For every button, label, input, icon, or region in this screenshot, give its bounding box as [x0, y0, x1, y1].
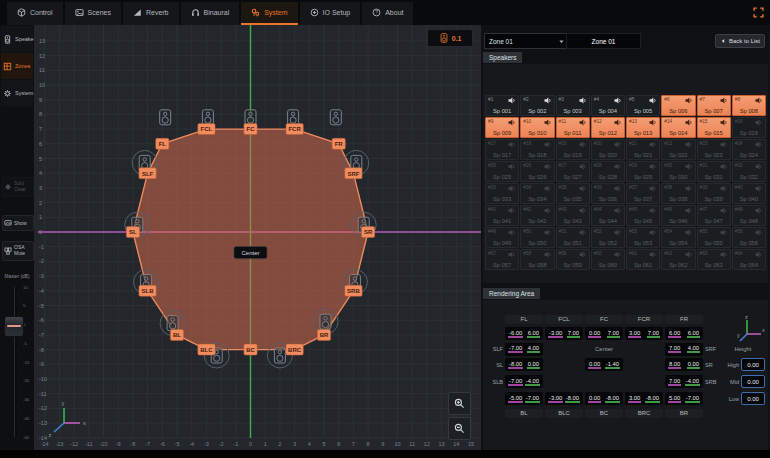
- coord-box-fcl[interactable]: -3.007.00: [545, 327, 583, 340]
- speaker-cell-sp-057[interactable]: #57Sp 057: [485, 249, 519, 270]
- speaker-cell-sp-011[interactable]: #11Sp 011: [556, 117, 590, 138]
- speaker-cell-sp-059[interactable]: #59Sp 059: [556, 249, 590, 270]
- zone-name-field[interactable]: Zone 01: [566, 33, 641, 49]
- speaker-cell-sp-001[interactable]: #1Sp 001: [485, 95, 519, 116]
- speaker-cell-sp-010[interactable]: #10Sp 010: [520, 117, 554, 138]
- zoom-in-button[interactable]: [448, 392, 471, 415]
- speaker-cell-sp-043[interactable]: #43Sp 043: [556, 205, 590, 226]
- tab-scenes[interactable]: Scenes: [65, 2, 121, 25]
- coord-box-fc[interactable]: 0.007.00: [585, 327, 623, 340]
- coord-box-slb[interactable]: -7.00-4.00: [505, 375, 543, 388]
- speaker-cell-sp-036[interactable]: #36Sp 036: [591, 183, 625, 204]
- sidebar-item-speakers[interactable]: Speakers: [1, 26, 33, 52]
- speaker-cell-sp-024[interactable]: #24Sp 024: [732, 139, 766, 160]
- back-to-list-button[interactable]: Back to List: [715, 34, 765, 48]
- tab-system[interactable]: System: [241, 2, 297, 25]
- speaker-cell-sp-047[interactable]: #47Sp 047: [697, 205, 731, 226]
- coord-box-sl[interactable]: -8.000.00: [505, 358, 543, 371]
- speaker-cell-sp-019[interactable]: #19Sp 019: [556, 139, 590, 160]
- tab-reverb[interactable]: Reverb: [123, 2, 179, 25]
- solo-clear-button[interactable]: SoloClear: [2, 177, 34, 197]
- speaker-cell-sp-012[interactable]: #12Sp 012: [591, 117, 625, 138]
- coord-box-brc[interactable]: 3.00-8.00: [625, 392, 663, 405]
- speaker-cell-sp-062[interactable]: #62Sp 062: [661, 249, 695, 270]
- coord-box-center[interactable]: 0.00-1.40: [585, 358, 623, 371]
- coord-box-slf[interactable]: -7.004.00: [505, 343, 543, 356]
- speaker-cell-sp-046[interactable]: #46Sp 046: [661, 205, 695, 226]
- speaker-cell-sp-022[interactable]: #22Sp 022: [661, 139, 695, 160]
- osa-mute-button[interactable]: OSAMute: [2, 241, 34, 261]
- speaker-cell-sp-058[interactable]: #58Sp 058: [520, 249, 554, 270]
- speaker-cell-sp-018[interactable]: #18Sp 018: [520, 139, 554, 160]
- speaker-cell-sp-035[interactable]: #35Sp 035: [556, 183, 590, 204]
- coord-box-srf[interactable]: 7.004.00: [665, 343, 703, 356]
- show-button[interactable]: Show: [2, 215, 34, 231]
- rendering-area-tab[interactable]: Rendering Area: [483, 288, 540, 299]
- speaker-cell-sp-042[interactable]: #42Sp 042: [520, 205, 554, 226]
- speaker-cell-sp-055[interactable]: #55Sp 055: [697, 227, 731, 248]
- tab-binaural[interactable]: Binaural: [181, 2, 240, 25]
- speaker-cell-sp-052[interactable]: #52Sp 052: [591, 227, 625, 248]
- speaker-cell-sp-007[interactable]: #7Sp 007: [697, 95, 731, 116]
- speaker-cell-sp-050[interactable]: #50Sp 050: [520, 227, 554, 248]
- speaker-cell-sp-053[interactable]: #53Sp 053: [626, 227, 660, 248]
- coord-box-blc[interactable]: -3.00-8.00: [545, 392, 583, 405]
- speaker-cell-sp-006[interactable]: #6Sp 006: [661, 95, 695, 116]
- speaker-cell-sp-013[interactable]: #13Sp 013: [626, 117, 660, 138]
- speaker-cell-sp-003[interactable]: #3Sp 003: [556, 95, 590, 116]
- speaker-cell-sp-014[interactable]: #14Sp 014: [661, 117, 695, 138]
- speaker-cell-sp-015[interactable]: #15Sp 015: [697, 117, 731, 138]
- height-value-high[interactable]: 0.00: [741, 358, 765, 371]
- speaker-cell-sp-027[interactable]: #27Sp 027: [556, 161, 590, 182]
- speaker-cell-sp-009[interactable]: #9Sp 009: [485, 117, 519, 138]
- zoom-out-button[interactable]: [448, 417, 471, 440]
- height-value-mid[interactable]: 0.00: [741, 375, 765, 388]
- speaker-cell-sp-005[interactable]: #5Sp 005: [626, 95, 660, 116]
- coord-box-fcr[interactable]: 3.007.00: [625, 327, 663, 340]
- speaker-cell-sp-038[interactable]: #38Sp 038: [661, 183, 695, 204]
- speaker-cell-sp-048[interactable]: #48Sp 048: [732, 205, 766, 226]
- speaker-cell-sp-045[interactable]: #45Sp 045: [626, 205, 660, 226]
- speaker-cell-sp-041[interactable]: #41Sp 041: [485, 205, 519, 226]
- speaker-cell-sp-032[interactable]: #32Sp 032: [732, 161, 766, 182]
- speaker-cell-sp-004[interactable]: #4Sp 004: [591, 95, 625, 116]
- speaker-cell-sp-037[interactable]: #37Sp 037: [626, 183, 660, 204]
- height-value-low[interactable]: 0.00: [741, 392, 765, 405]
- speaker-cell-sp-040[interactable]: #40Sp 040: [732, 183, 766, 204]
- speaker-cell-sp-025[interactable]: #25Sp 025: [485, 161, 519, 182]
- speaker-cell-sp-023[interactable]: #23Sp 023: [697, 139, 731, 160]
- speaker-cell-sp-008[interactable]: #8Sp 008: [732, 95, 766, 116]
- speaker-cell-sp-021[interactable]: #21Sp 021: [626, 139, 660, 160]
- speakers-section-tab[interactable]: Speakers: [483, 52, 522, 63]
- sidebar-item-zones[interactable]: Zones: [1, 53, 33, 79]
- expand-icon[interactable]: [753, 7, 764, 18]
- coord-box-fl[interactable]: -6.006.00: [505, 327, 543, 340]
- coord-box-srb[interactable]: 7.00-4.00: [665, 375, 703, 388]
- speaker-cell-sp-016[interactable]: #16Sp 016: [732, 117, 766, 138]
- speaker-cell-sp-039[interactable]: #39Sp 039: [697, 183, 731, 204]
- speaker-cell-sp-033[interactable]: #33Sp 033: [485, 183, 519, 204]
- speaker-layout-canvas[interactable]: 131211109876543210-1-2-3-4-5-6-7-8-9-10-…: [34, 25, 481, 458]
- speaker-cell-sp-029[interactable]: #29Sp 029: [626, 161, 660, 182]
- speaker-cell-sp-020[interactable]: #20Sp 020: [591, 139, 625, 160]
- speaker-cell-sp-056[interactable]: #56Sp 056: [732, 227, 766, 248]
- master-fader-track[interactable]: [14, 287, 17, 437]
- speaker-cell-sp-002[interactable]: #2Sp 002: [520, 95, 554, 116]
- speaker-cell-sp-051[interactable]: #51Sp 051: [556, 227, 590, 248]
- speaker-cell-sp-034[interactable]: #34Sp 034: [520, 183, 554, 204]
- speaker-cell-sp-017[interactable]: #17Sp 017: [485, 139, 519, 160]
- sidebar-item-system[interactable]: System: [1, 80, 33, 106]
- coord-box-bc[interactable]: 0.00-8.00: [585, 392, 623, 405]
- tab-about[interactable]: ?About: [362, 2, 413, 25]
- coord-box-fr[interactable]: 6.006.00: [665, 327, 703, 340]
- zone-select-dropdown[interactable]: Zone 01: [484, 33, 570, 49]
- speaker-cell-sp-054[interactable]: #54Sp 054: [661, 227, 695, 248]
- speaker-cell-sp-044[interactable]: #44Sp 044: [591, 205, 625, 226]
- speaker-cell-sp-060[interactable]: #60Sp 060: [591, 249, 625, 270]
- speaker-cell-sp-063[interactable]: #63Sp 063: [697, 249, 731, 270]
- speaker-cell-sp-031[interactable]: #31Sp 031: [697, 161, 731, 182]
- speaker-cell-sp-030[interactable]: #30Sp 030: [661, 161, 695, 182]
- tab-control[interactable]: Control: [7, 2, 63, 25]
- speaker-cell-sp-026[interactable]: #26Sp 026: [520, 161, 554, 182]
- coord-box-br[interactable]: 5.00-7.00: [665, 392, 703, 405]
